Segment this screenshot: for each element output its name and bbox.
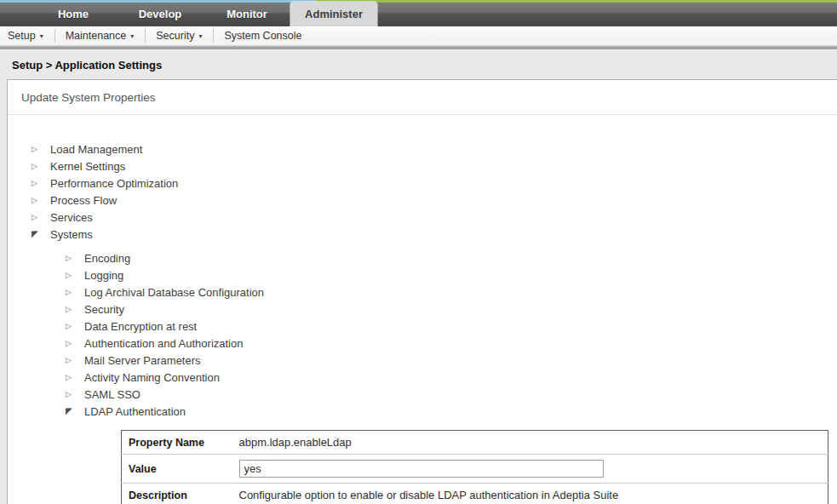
tree-item-logging[interactable]: ▷ Logging	[66, 266, 837, 284]
tree-item-activity-naming-convention[interactable]: ▷ Activity Naming Convention	[66, 369, 837, 386]
tree-item-process-flow[interactable]: ▷ Process Flow	[32, 192, 837, 209]
tree-item-load-management[interactable]: ▷ Load Management	[32, 140, 837, 158]
subnav-item-security[interactable]: Security ▾	[156, 29, 214, 43]
tab-administer[interactable]: Administer	[290, 2, 377, 26]
tree-item-label: Security	[84, 303, 124, 316]
table-row-description: Description Configurable option to enabl…	[122, 484, 828, 504]
breadcrumb: Setup > Application Settings	[12, 59, 162, 72]
tree-item-label: Performance Optimization	[50, 177, 178, 190]
tab-home[interactable]: Home	[30, 3, 117, 26]
admin-subnav: Setup ▾ Maintenance ▾ Security ▾ System …	[0, 26, 837, 46]
tree-item-data-encryption-at-rest[interactable]: ▷ Data Encryption at rest	[66, 318, 837, 335]
tree-item-authentication-and-authorization[interactable]: ▷ Authentication and Authorization	[66, 335, 837, 352]
chevron-expanded-icon[interactable]: ◤	[66, 403, 84, 420]
tree-item-label: Logging	[84, 269, 123, 282]
tree-item-encoding[interactable]: ▷ Encoding	[66, 249, 837, 266]
chevron-right-icon[interactable]: ▷	[66, 352, 84, 369]
breadcrumb-row: Setup > Application Settings	[0, 49, 837, 79]
tree-item-label: Encoding	[84, 252, 130, 265]
properties-tree: ▷ Load Management ▷ Kernel Settings ▷ Pe…	[32, 140, 837, 420]
table-row-value: Value	[122, 455, 828, 484]
value-input[interactable]	[239, 460, 604, 478]
tree-item-label: Authentication and Authorization	[84, 337, 243, 350]
tree-item-saml-sso[interactable]: ▷ SAML SSO	[66, 386, 837, 403]
chevron-right-icon[interactable]: ▷	[32, 175, 50, 192]
chevron-right-icon[interactable]: ▷	[66, 301, 84, 318]
tree-item-label: Data Encryption at rest	[84, 320, 197, 333]
tab-monitor[interactable]: Monitor	[204, 3, 290, 26]
chevron-down-icon: ▾	[40, 32, 43, 40]
chevron-right-icon[interactable]: ▷	[66, 284, 84, 301]
subnav-item-setup[interactable]: Setup ▾	[8, 29, 55, 43]
chevron-right-icon[interactable]: ▷	[66, 318, 84, 335]
tree-item-label: Services	[50, 211, 93, 224]
property-name-label: Property Name	[122, 431, 232, 455]
description-value: Configurable option to enable or disable…	[232, 484, 828, 504]
tree-item-label: LDAP Authentication	[84, 405, 186, 418]
tree-item-label: Load Management	[50, 143, 142, 156]
subnav-item-label: Maintenance	[66, 30, 127, 42]
tree-item-mail-server-parameters[interactable]: ▷ Mail Server Parameters	[66, 352, 837, 369]
content-panel: Update System Properties ▷ Load Manageme…	[7, 79, 837, 504]
chevron-right-icon[interactable]: ▷	[32, 158, 50, 175]
top-navbar: Home Develop Monitor Administer	[0, 0, 837, 26]
property-detail: Property Name abpm.ldap.enableLdap Value…	[121, 430, 837, 504]
subnav-item-maintenance[interactable]: Maintenance ▾	[66, 29, 146, 43]
tree-item-label: Process Flow	[50, 194, 117, 207]
tree-item-label: Activity Naming Convention	[84, 371, 220, 384]
chevron-right-icon[interactable]: ▷	[66, 335, 84, 352]
tree-item-label: Kernel Settings	[50, 160, 125, 173]
tree-item-services[interactable]: ▷ Services	[32, 209, 837, 226]
value-label: Value	[122, 455, 232, 484]
subnav-item-label: Security	[156, 30, 194, 42]
tree-item-log-archival-database-configuration[interactable]: ▷ Log Archival Database Configuration	[66, 284, 837, 301]
tree-item-systems[interactable]: ◤ Systems	[32, 226, 837, 243]
tree-item-label: Systems	[50, 228, 93, 241]
table-row-property-name: Property Name abpm.ldap.enableLdap	[122, 431, 828, 455]
subnav-item-label: System Console	[224, 30, 301, 42]
tree-item-ldap-authentication[interactable]: ◤ LDAP Authentication	[66, 403, 837, 420]
tree-item-label: Log Archival Database Configuration	[84, 286, 264, 299]
tree-item-kernel-settings[interactable]: ▷ Kernel Settings	[32, 158, 837, 175]
subnav-item-label: Setup	[8, 30, 36, 42]
chevron-down-icon: ▾	[198, 32, 202, 40]
chevron-right-icon[interactable]: ▷	[66, 386, 84, 403]
chevron-right-icon[interactable]: ▷	[66, 266, 84, 284]
property-table: Property Name abpm.ldap.enableLdap Value…	[121, 430, 828, 504]
chevron-right-icon[interactable]: ▷	[32, 140, 50, 158]
tab-develop[interactable]: Develop	[117, 3, 204, 26]
property-name-value: abpm.ldap.enableLdap	[232, 431, 828, 455]
subnav-item-system-console[interactable]: System Console	[224, 29, 312, 43]
chevron-right-icon[interactable]: ▷	[32, 209, 50, 226]
tree-item-label: Mail Server Parameters	[84, 354, 201, 367]
chevron-right-icon[interactable]: ▷	[66, 249, 84, 266]
chevron-right-icon[interactable]: ▷	[32, 192, 50, 209]
description-label: Description	[122, 484, 232, 504]
tree-item-security[interactable]: ▷ Security	[66, 301, 837, 318]
tree-item-performance-optimization[interactable]: ▷ Performance Optimization	[32, 175, 837, 192]
chevron-down-icon: ▾	[130, 32, 134, 40]
accent-strip-green	[316, 0, 837, 3]
systems-children: ▷ Encoding ▷ Logging ▷ Log Archival Data…	[66, 249, 837, 420]
main-tabs: Home Develop Monitor Administer	[30, 3, 377, 26]
chevron-expanded-icon[interactable]: ◤	[32, 226, 50, 243]
page-title: Update System Properties	[8, 80, 837, 115]
tree-item-label: SAML SSO	[84, 388, 140, 401]
chevron-right-icon[interactable]: ▷	[66, 369, 84, 386]
